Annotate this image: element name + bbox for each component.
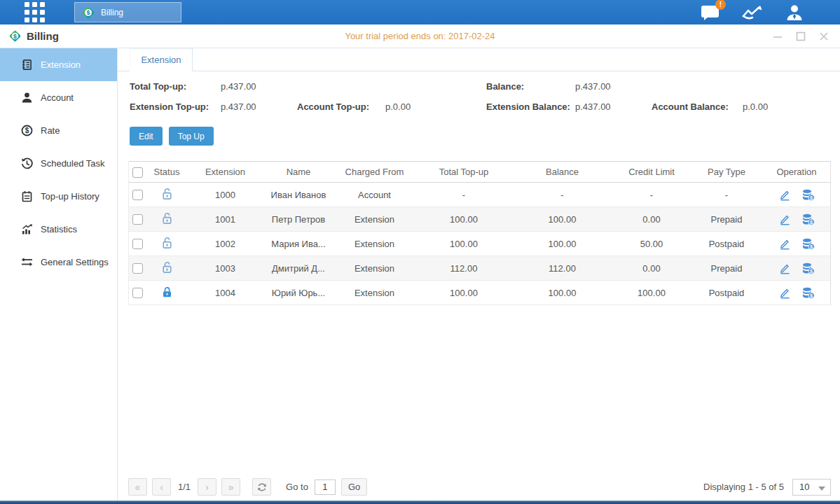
window-bottom-edge [0,500,840,504]
prev-page-button[interactable]: ‹ [152,478,171,496]
cell-balance: 100.00 [513,288,612,298]
cell-total-topup: 100.00 [415,239,513,249]
cell-total-topup: 112.00 [415,263,513,274]
tabstrip: Extension [118,48,840,71]
top-up-button[interactable]: Top Up [169,127,214,146]
maximize-button[interactable] [796,31,806,41]
cell-credit-limit: 0.00 [612,263,691,274]
statistics-chart-icon [21,223,33,235]
last-page-button[interactable]: » [221,478,240,496]
row-checkbox[interactable] [132,239,143,249]
top-up-row-icon[interactable]: $ [801,214,815,225]
col-name: Name [263,167,334,177]
total-topup-label: Total Top-up: [130,81,221,92]
close-button[interactable] [819,31,829,41]
extension-balance-value: p.437.00 [575,102,652,112]
status-cell [146,237,188,251]
total-topup-value: p.437.00 [221,81,297,92]
resource-monitor-icon[interactable] [742,5,763,20]
cell-credit-limit: 100.00 [612,288,691,298]
content-panel: Extension Total Top-up: p.437.00 Balance… [118,48,840,500]
cell-balance: 100.00 [513,214,612,225]
cell-total-topup: 100.00 [415,288,513,298]
first-page-button[interactable]: « [128,478,147,496]
edit-row-icon[interactable] [779,214,791,225]
table-row: 1002 Мария Ива... Extension 100.00 100.0… [129,232,830,256]
taskbar-item-billing[interactable]: $ Billing [74,2,181,22]
refresh-icon [257,482,267,492]
summary-panel: Total Top-up: p.437.00 Balance: p.437.00… [118,71,840,112]
sidebar-item-account[interactable]: Account [0,81,117,114]
sidebar-item-statistics[interactable]: Statistics [0,213,117,246]
window-title: $ Billing [0,29,59,43]
window-titlebar: $ Billing Your trial period ends on: 201… [0,24,840,48]
cell-extension: 1000 [188,190,263,200]
go-button[interactable]: Go [341,478,367,496]
person-icon [21,92,33,104]
sidebar-item-scheduled-task[interactable]: Scheduled Task [0,147,117,180]
cell-name: Дмитрий Д... [263,263,334,274]
dollar-circle-icon: $ [21,125,33,136]
billing-app-icon: $ [81,6,95,20]
notifications-chat-icon[interactable]: ! [701,4,719,21]
table-row: 1000 Иван Иванов Account - - - - [129,183,830,207]
unlocked-icon [161,237,173,249]
cell-extension: 1004 [188,288,263,298]
sidebar-item-label: Scheduled Task [41,158,105,169]
status-cell [146,188,188,202]
minimize-button[interactable] [773,31,783,41]
cell-charged-from: Extension [334,239,415,249]
goto-page-input[interactable] [315,479,336,495]
svg-text:$: $ [86,9,90,16]
cell-pay-type: Prepaid [691,214,762,225]
row-checkbox[interactable] [132,214,143,225]
top-up-row-icon[interactable]: $ [801,189,815,201]
sidebar-item-general-settings[interactable]: General Settings [0,246,117,279]
billing-app-icon: $ [8,29,22,43]
sidebar-item-rate[interactable]: $ Rate [0,114,117,147]
status-cell [146,212,188,227]
page-size-select[interactable]: 10 [792,479,831,496]
user-account-icon[interactable] [785,4,804,21]
sidebar-item-topup-history[interactable]: Top-up History [0,180,117,213]
select-all-checkbox[interactable] [132,167,143,178]
col-operation: Operation [762,167,832,177]
top-up-row-icon[interactable]: $ [801,238,815,250]
apps-grid-icon[interactable] [25,2,45,22]
edit-row-icon[interactable] [779,262,791,274]
row-checkbox[interactable] [132,190,143,200]
unlocked-icon [161,188,173,200]
sidebar-item-label: Statistics [41,224,77,234]
cell-charged-from: Account [334,190,415,200]
unlocked-icon [161,212,173,225]
edit-row-icon[interactable] [779,189,791,201]
toolbar: Edit Top Up [118,112,840,146]
table-row: 1001 Петр Петров Extension 100.00 100.00… [129,207,830,232]
extension-table: Status Extension Name Charged From Total… [128,161,831,305]
edit-row-icon[interactable] [779,238,791,250]
top-up-row-icon[interactable]: $ [801,287,815,299]
edit-button[interactable]: Edit [130,127,163,146]
cell-name: Юрий Юрь... [263,288,334,298]
refresh-button[interactable] [252,478,271,496]
chevron-down-icon [818,486,825,491]
cell-credit-limit: 0.00 [612,214,691,225]
sidebar-item-extension[interactable]: Extension [0,48,117,81]
trial-message: Your trial period ends on: 2017-02-24 [0,31,840,41]
row-checkbox[interactable] [132,263,143,274]
status-cell [146,286,188,300]
top-up-row-icon[interactable]: $ [801,262,815,274]
status-cell [146,261,188,276]
balance-value: p.437.00 [575,81,652,92]
ledger-icon [21,59,33,71]
col-status: Status [146,167,188,177]
next-page-button[interactable]: › [198,478,216,496]
sidebar-item-label: Extension [41,59,81,70]
tab-extension[interactable]: Extension [130,48,193,71]
cell-extension: 1002 [188,239,263,249]
edit-row-icon[interactable] [779,287,791,299]
svg-text:$: $ [25,127,29,134]
goto-label: Go to [286,482,308,492]
account-balance-value: p.0.00 [743,102,840,112]
row-checkbox[interactable] [132,288,143,298]
